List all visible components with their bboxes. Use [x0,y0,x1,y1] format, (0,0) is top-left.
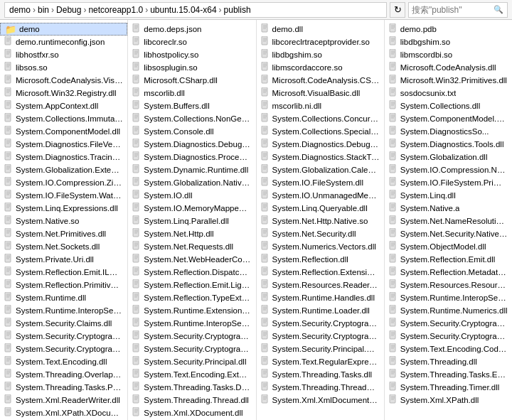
list-item[interactable]: System.Collections.NonGeneric.dll [128,112,255,125]
list-item[interactable]: System.Xml.XPath.dll [385,394,512,406]
list-item[interactable]: System.Globalization.Native.so [128,176,255,189]
list-item[interactable]: System.Resources.ResourceMan... [385,279,512,291]
list-item[interactable]: System.Threading.ThreadPool.dll [257,381,384,394]
list-item[interactable]: System.ComponentModel.Annot... [385,112,512,125]
list-item[interactable]: demo.dll [257,23,384,36]
list-item[interactable]: Microsoft.Win32.Registry.dll [0,87,127,99]
breadcrumb[interactable]: demo › bin › Debug › netcoreapp1.0 › ubu… [4,2,387,18]
list-item[interactable]: libcoreclr.so [128,36,255,48]
list-item[interactable]: System.Runtime.InteropServices.... [0,304,127,317]
list-item[interactable]: libmscordaccore.so [257,61,384,74]
search-box[interactable]: 🔍 [408,2,508,18]
list-item[interactable]: System.Runtime.Extensions.dll [128,304,255,317]
list-item[interactable]: System.Runtime.Numerics.dll [385,304,512,317]
list-item[interactable]: System.Net.Http.Native.so [257,215,384,227]
list-item[interactable]: System.Net.Requests.dll [128,240,255,253]
list-item[interactable]: System.Collections.dll [385,99,512,112]
list-item[interactable]: System.Runtime.InteropServices.... [128,317,255,330]
list-item[interactable]: System.Diagnostics.StackTrace.dll [257,151,384,163]
list-item[interactable]: System.Diagnostics.Process.dll [128,151,255,163]
list-item[interactable]: System.Net.Security.Native.so [385,227,512,240]
list-item[interactable]: Microsoft.CodeAnalysis.VisualBa... [0,74,127,87]
list-item[interactable]: libmscordbi.so [385,48,512,61]
list-item[interactable]: System.Threading.dll [385,355,512,368]
list-item[interactable]: System.Private.Uri.dll [0,253,127,266]
list-item[interactable]: System.Net.Http.dll [128,227,255,240]
list-item[interactable]: demo.pdb [385,23,512,36]
list-item[interactable]: System.Diagnostics.Tracing.dll [0,151,127,163]
list-item[interactable]: System.IO.Compression.ZipFile.dll [0,176,127,189]
list-item[interactable]: System.ObjectModel.dll [385,240,512,253]
breadcrumb-item-netcore[interactable]: netcoreapp1.0 [88,5,143,15]
list-item[interactable]: mscorlib.ni.dll [257,99,384,112]
list-item[interactable]: System.Runtime.InteropServices.... [385,291,512,304]
list-item[interactable]: System.Security.Cryptography.Cs... [385,317,512,330]
list-item[interactable]: System.IO.FileSystem.dll [257,176,384,189]
list-item[interactable]: System.Linq.Parallel.dll [128,215,255,227]
list-item[interactable]: System.IO.dll [128,189,255,202]
list-item[interactable]: System.Linq.Queryable.dll [257,202,384,215]
list-item[interactable]: System.Threading.Tasks.Extensio... [385,368,512,381]
list-item[interactable]: System.Security.Cryptography.Pri... [385,330,512,343]
list-item[interactable]: demo.runtimeconfig.json [0,36,127,48]
refresh-button[interactable]: ↻ [390,2,405,18]
list-item[interactable]: System.IO.MemoryMappedFiles.dll [128,202,255,215]
list-item[interactable]: Microsoft.CSharp.dll [128,74,255,87]
list-item[interactable]: Microsoft.CodeAnalysis.dll [385,61,512,74]
list-item[interactable]: System.Native.so [0,215,127,227]
list-item[interactable]: System.DiagnosticsSo... [385,125,512,138]
list-item[interactable]: System.Collections.Specialized.dll [257,125,384,138]
list-item[interactable]: System.ComponentModel.dll [0,125,127,138]
list-item[interactable]: System.Linq.dll [385,189,512,202]
list-item[interactable]: System.Threading.Tasks.Parallel.dll [0,381,127,394]
list-item[interactable]: System.Reflection.Emit.ILGenerati... [0,266,127,279]
list-item[interactable]: mscorlib.dll [128,87,255,99]
list-item[interactable]: System.Threading.Tasks.dll [257,368,384,381]
list-item[interactable]: Microsoft.Win32.Primitives.dll [385,74,512,87]
breadcrumb-item-debug[interactable]: Debug [56,5,81,15]
list-item[interactable]: System.Net.WebHeaderCollection.... [128,253,255,266]
list-item[interactable]: System.Threading.Timer.dll [385,381,512,394]
list-item[interactable]: System.Xml.XmlDocument.dll [257,394,384,406]
list-item[interactable]: System.Reflection.DispatchProxy.... [128,266,255,279]
list-item[interactable]: System.Text.RegularExpressions.dll [257,355,384,368]
list-item[interactable]: System.Native.a [385,202,512,215]
list-item[interactable]: System.IO.Compression.Native.so [385,163,512,176]
list-item[interactable]: System.AppContext.dll [0,99,127,112]
search-input[interactable] [409,5,491,15]
list-item[interactable]: libdbgshim.so [385,36,512,48]
list-item[interactable]: System.Diagnostics.FileVersionInf... [0,138,127,151]
list-item[interactable]: System.Collections.Concurrent.dll [257,112,384,125]
list-item[interactable]: System.Text.Encoding.dll [0,355,127,368]
list-item[interactable]: System.Text.Encoding.Extensions.... [128,368,255,381]
list-item[interactable]: System.Globalization.dll [385,151,512,163]
list-item[interactable]: System.IO.FileSystem.Primitives.dll [385,176,512,189]
list-item[interactable]: System.Collections.Immutable.dll [0,112,127,125]
list-item[interactable]: System.Reflection.TypeExtensions.... [128,291,255,304]
list-item[interactable]: System.Console.dll [128,125,255,138]
list-item[interactable]: System.Xml.XDocument.dll [128,406,255,419]
breadcrumb-item-bin[interactable]: bin [38,5,49,15]
list-item[interactable]: System.Threading.Thread.dll [128,394,255,406]
list-item[interactable]: System.Reflection.Extensions.dll [257,266,384,279]
list-item[interactable]: System.Diagnostics.Debug.dll [257,138,384,151]
list-item[interactable]: libsosplugin.so [128,61,255,74]
list-item[interactable]: System.Dynamic.Runtime.dll [128,163,255,176]
list-item[interactable]: System.Net.NameResolution.dll [385,215,512,227]
list-item[interactable]: System.Security.Cryptography.Op... [257,330,384,343]
breadcrumb-item-ubuntu[interactable]: ubuntu.15.04-x64 [150,5,216,15]
list-item[interactable]: 📁demo [0,23,127,36]
list-item[interactable]: System.Reflection.Primitives.dll [0,279,127,291]
list-item[interactable]: System.Resources.Reader.dll [257,279,384,291]
list-item[interactable]: System.IO.UnmanagedMemorySt... [257,189,384,202]
list-item[interactable]: System.Net.Primitives.dll [0,227,127,240]
list-item[interactable]: System.Runtime.Loader.dll [257,304,384,317]
list-item[interactable]: System.Text.Encoding.CodePage... [385,343,512,355]
list-item[interactable]: System.Threading.Overlapped.dll [0,368,127,381]
list-item[interactable]: System.Diagnostics.Debug.dll [128,138,255,151]
list-item[interactable]: System.Security.Cryptography.En... [0,330,127,343]
list-item[interactable]: System.Net.Sockets.dll [0,240,127,253]
list-item[interactable]: Microsoft.CodeAnalysis.CSharp.dll [257,74,384,87]
list-item[interactable]: sosdocsunix.txt [385,87,512,99]
breadcrumb-item-publish[interactable]: publish [224,5,251,15]
